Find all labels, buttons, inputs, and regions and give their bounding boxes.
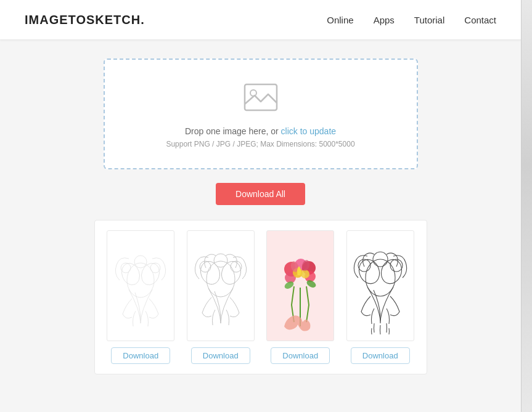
sketch-image-1 <box>107 231 174 341</box>
svg-point-4 <box>139 261 163 287</box>
nav-online[interactable]: Online <box>327 15 353 25</box>
sketch-gallery: Download <box>94 220 427 374</box>
dropzone-text: Drop one image here, or click to update <box>185 126 336 136</box>
site-logo: IMAGETOSKETCH. <box>25 13 145 27</box>
nav-contact[interactable]: Contact <box>464 15 496 25</box>
gallery-item-1: Download <box>105 230 178 364</box>
dropzone-subtext: Support PNG / JPG / JPEG; Max Dimensions… <box>166 140 354 148</box>
dropzone-click-link[interactable]: click to update <box>281 126 337 136</box>
thumbnail-4 <box>346 230 414 341</box>
image-dropzone[interactable]: Drop one image here, or click to update … <box>104 59 418 169</box>
image-placeholder-icon <box>242 79 279 116</box>
download-button-3[interactable]: Download <box>271 347 330 364</box>
download-button-1[interactable]: Download <box>111 347 170 364</box>
scrollbar[interactable] <box>521 0 532 412</box>
sketch-image-3 <box>267 231 334 341</box>
sketch-image-2 <box>187 231 254 341</box>
thumbnail-3 <box>266 230 334 341</box>
svg-point-13 <box>214 254 227 267</box>
nav-apps[interactable]: Apps <box>374 15 395 25</box>
svg-point-3 <box>119 261 143 287</box>
svg-point-1 <box>250 90 256 96</box>
download-all-button[interactable]: Download All <box>216 183 305 205</box>
thumbnail-2 <box>187 230 255 341</box>
main-nav: Online Apps Tutorial Contact <box>327 15 496 25</box>
download-button-2[interactable]: Download <box>191 347 250 364</box>
svg-point-20 <box>301 270 309 278</box>
site-header: IMAGETOSKETCH. Online Apps Tutorial Cont… <box>0 0 521 40</box>
thumbnail-1 <box>107 230 174 341</box>
gallery-item-4: Download <box>344 230 417 364</box>
sketch-image-4 <box>347 231 414 341</box>
nav-tutorial[interactable]: Tutorial <box>414 15 444 25</box>
svg-point-25 <box>366 259 395 296</box>
gallery-item-2: Download <box>184 230 257 364</box>
download-button-4[interactable]: Download <box>351 347 410 364</box>
main-content: Drop one image here, or click to update … <box>0 40 521 387</box>
svg-point-7 <box>134 256 147 268</box>
gallery-item-3: Download <box>264 230 337 364</box>
